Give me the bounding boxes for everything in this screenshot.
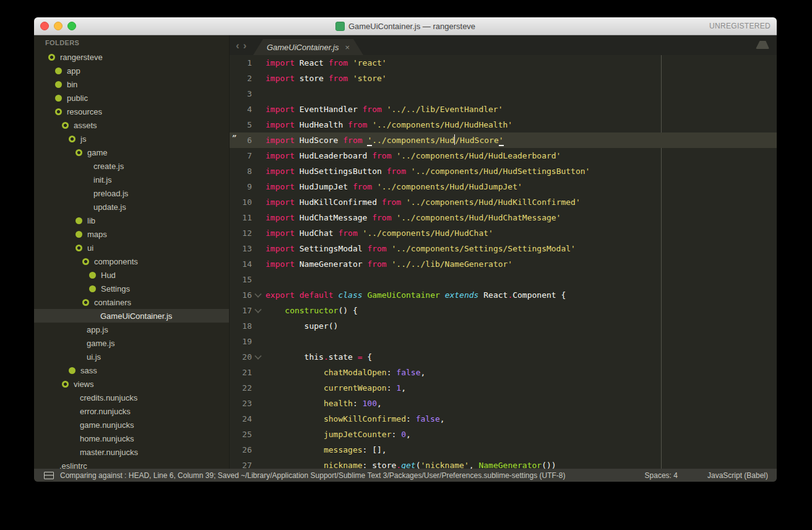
back-arrow-icon[interactable]: ‹ bbox=[236, 40, 243, 51]
code-line[interactable]: 2import store from 'store' bbox=[230, 71, 777, 86]
tree-folder-item[interactable]: views bbox=[34, 377, 229, 391]
tree-item-label: public bbox=[67, 93, 88, 103]
tree-folder-item[interactable]: js bbox=[34, 132, 229, 146]
syntax-setting[interactable]: JavaScript (Babel) bbox=[707, 471, 768, 480]
folder-open-icon[interactable] bbox=[69, 136, 76, 142]
code-line[interactable]: 18 super() bbox=[230, 318, 777, 334]
code-line[interactable]: 3 bbox=[230, 86, 777, 102]
folder-closed-icon[interactable] bbox=[55, 67, 62, 74]
tree-file-item[interactable]: app.js bbox=[34, 323, 229, 336]
indentation-setting[interactable]: Spaces: 4 bbox=[645, 471, 678, 480]
tree-folder-item[interactable]: bin bbox=[34, 77, 229, 91]
code-line[interactable]: 23 health: 100, bbox=[230, 396, 777, 411]
folder-open-icon[interactable] bbox=[55, 108, 62, 115]
tree-file-item[interactable]: game.js bbox=[34, 336, 229, 350]
code-line[interactable]: 12import HudChat from '../components/Hud… bbox=[230, 225, 777, 241]
tree-file-item[interactable]: home.nunjucks bbox=[34, 432, 229, 445]
code-line[interactable]: 25 jumpJetCounter: 0, bbox=[230, 427, 777, 442]
tree-file-item[interactable]: credits.nunjucks bbox=[34, 391, 229, 404]
panel-toggle-icon[interactable] bbox=[44, 472, 54, 479]
tree-folder-item[interactable]: assets bbox=[34, 118, 229, 132]
history-nav-arrows[interactable]: ‹› bbox=[236, 40, 250, 52]
folder-open-icon[interactable] bbox=[62, 381, 69, 388]
folder-closed-icon[interactable] bbox=[55, 95, 62, 102]
line-number: 22 bbox=[230, 383, 252, 393]
folder-closed-icon[interactable] bbox=[76, 231, 82, 238]
gutter: 22 bbox=[230, 380, 266, 396]
close-window-button[interactable] bbox=[40, 22, 49, 30]
tree-file-item[interactable]: update.js bbox=[34, 200, 229, 214]
tree-file-item[interactable]: master.nunjucks bbox=[34, 445, 229, 459]
code-line[interactable]: 4import EventHandler from '../../lib/Eve… bbox=[230, 102, 777, 117]
code-line[interactable]: 27 nickname: store.get('nickname', NameG… bbox=[230, 458, 777, 469]
code-editor[interactable]: 1import React from 'react'2import store … bbox=[230, 55, 777, 469]
tree-file-item[interactable]: ui.js bbox=[34, 350, 229, 363]
tab-gameuicontainer[interactable]: GameUiContainer.js × bbox=[253, 39, 363, 55]
tree-file-item[interactable]: GameUiContainer.js bbox=[34, 309, 229, 323]
tree-folder-item[interactable]: rangersteve bbox=[34, 50, 229, 64]
folder-closed-icon[interactable] bbox=[76, 217, 82, 224]
gutter: 15 bbox=[230, 272, 266, 287]
folder-closed-icon[interactable] bbox=[55, 81, 62, 88]
code-line[interactable]: 9import HudJumpJet from '../components/H… bbox=[230, 179, 777, 194]
code-line[interactable]: 11import HudChatMessage from '../compone… bbox=[230, 210, 777, 225]
code-line[interactable]: 15 bbox=[230, 272, 777, 287]
folder-open-icon[interactable] bbox=[82, 258, 89, 265]
code-line[interactable]: ”6import HudScore from '../components/Hu… bbox=[230, 132, 777, 148]
gutter: 21 bbox=[230, 365, 266, 380]
tree-folder-item[interactable]: public bbox=[34, 91, 229, 105]
tree-file-item[interactable]: preload.js bbox=[34, 186, 229, 200]
folder-open-icon[interactable] bbox=[76, 149, 82, 156]
fold-chevron-icon[interactable] bbox=[254, 290, 261, 297]
code-text: import HudChat from '../components/Hud/H… bbox=[266, 228, 493, 238]
code-line[interactable]: 20 this.state = { bbox=[230, 349, 777, 365]
tree-file-item[interactable]: init.js bbox=[34, 173, 229, 186]
code-line[interactable]: 21 chatModalOpen: false, bbox=[230, 365, 777, 380]
code-line[interactable]: 26 messages: [], bbox=[230, 442, 777, 458]
code-line[interactable]: 1import React from 'react' bbox=[230, 55, 777, 71]
code-line[interactable]: 7import HudLeaderboard from '../componen… bbox=[230, 148, 777, 163]
code-line[interactable]: 14import NameGenerator from '../../lib/N… bbox=[230, 256, 777, 272]
tree-folder-item[interactable]: Settings bbox=[34, 282, 229, 295]
tab-close-icon[interactable]: × bbox=[345, 43, 350, 52]
tree-file-item[interactable]: .eslintrc bbox=[34, 459, 229, 469]
tree-folder-item[interactable]: game bbox=[34, 146, 229, 159]
gutter: 4 bbox=[230, 102, 266, 117]
tree-folder-item[interactable]: app bbox=[34, 64, 229, 77]
tree-file-item[interactable]: create.js bbox=[34, 159, 229, 173]
code-line[interactable]: 5import HudHealth from '../components/Hu… bbox=[230, 117, 777, 132]
zoom-window-button[interactable] bbox=[67, 22, 76, 30]
folder-open-icon[interactable] bbox=[48, 54, 55, 61]
tree-folder-item[interactable]: maps bbox=[34, 227, 229, 241]
tree-folder-item[interactable]: containers bbox=[34, 295, 229, 309]
line-number: 20 bbox=[230, 352, 252, 362]
tree-folder-item[interactable]: sass bbox=[34, 363, 229, 377]
tree-file-item[interactable]: error.nunjucks bbox=[34, 404, 229, 418]
code-line[interactable]: 19 bbox=[230, 334, 777, 349]
code-line[interactable]: 17 constructor() { bbox=[230, 303, 777, 318]
tree-folder-item[interactable]: ui bbox=[34, 241, 229, 254]
folder-open-icon[interactable] bbox=[76, 245, 82, 251]
gutter: 10 bbox=[230, 194, 266, 210]
fold-chevron-icon[interactable] bbox=[254, 306, 261, 313]
tree-folder-item[interactable]: lib bbox=[34, 214, 229, 227]
code-line[interactable]: 24 showKillConfirmed: false, bbox=[230, 411, 777, 427]
code-line[interactable]: 13import SettingsModal from '../componen… bbox=[230, 241, 777, 256]
code-line[interactable]: 22 currentWeapon: 1, bbox=[230, 380, 777, 396]
folder-open-icon[interactable] bbox=[82, 299, 89, 306]
tree-file-item[interactable]: game.nunjucks bbox=[34, 418, 229, 432]
folder-closed-icon[interactable] bbox=[89, 272, 96, 279]
tree-folder-item[interactable]: Hud bbox=[34, 268, 229, 282]
tree-folder-item[interactable]: resources bbox=[34, 105, 229, 118]
code-line[interactable]: 10import HudKillConfirmed from '../compo… bbox=[230, 194, 777, 210]
forward-arrow-icon[interactable]: › bbox=[243, 40, 251, 51]
minimize-window-button[interactable] bbox=[54, 22, 63, 30]
folder-closed-icon[interactable] bbox=[69, 367, 76, 374]
code-line[interactable]: 8import HudSettingsButton from '../compo… bbox=[230, 163, 777, 179]
code-line[interactable]: 16export default class GameUiContainer e… bbox=[230, 287, 777, 303]
tab-overflow-icon[interactable] bbox=[756, 41, 769, 49]
fold-chevron-icon[interactable] bbox=[254, 352, 261, 359]
folder-open-icon[interactable] bbox=[62, 122, 69, 129]
tree-folder-item[interactable]: components bbox=[34, 254, 229, 268]
folder-closed-icon[interactable] bbox=[89, 285, 96, 292]
